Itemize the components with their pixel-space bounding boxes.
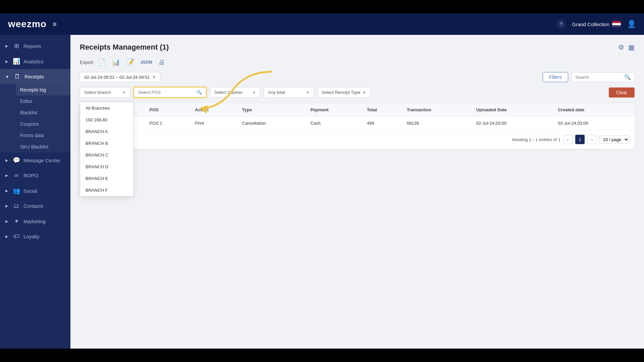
- branch-option-a[interactable]: BRANCH A: [80, 126, 133, 137]
- pagination-page-1[interactable]: 1: [575, 135, 585, 144]
- org-name: Grand Collection: [572, 21, 609, 27]
- clear-button[interactable]: Clear: [609, 87, 635, 98]
- export-row: Export 📄 📊 📝 JSON 🖨: [80, 58, 635, 67]
- pos-search-input[interactable]: [138, 90, 195, 95]
- cell-pos: POS 1: [145, 117, 191, 130]
- export-json-button[interactable]: JSON: [139, 59, 153, 65]
- chevron-down-icon: ▼: [122, 90, 126, 95]
- sidebar-item-analytics[interactable]: ▶ 📊 Analytics: [0, 54, 70, 69]
- social-icon: 👥: [13, 187, 20, 194]
- search-input[interactable]: [575, 75, 622, 80]
- col-type: Type: [237, 103, 306, 117]
- receipts-icon: 🗒: [14, 73, 21, 80]
- sidebar-sub-item-sku-blacklist[interactable]: SKU Blacklist: [16, 141, 70, 153]
- select-cashier-placeholder: Select Cashier: [214, 90, 243, 95]
- sidebar-item-label: Analytics: [23, 59, 44, 64]
- sidebar-sub-item-coupons[interactable]: Coupons: [16, 118, 70, 130]
- sidebar-sub-item-editor[interactable]: Editor: [16, 96, 70, 107]
- flag-icon: [612, 21, 621, 27]
- any-total-dropdown[interactable]: Any total ▼: [264, 87, 314, 98]
- sidebar-sub-item-blacklist[interactable]: Blacklist: [16, 107, 70, 118]
- receipts-submenu: Receipts log Editor Blacklist Coupons Fo…: [0, 84, 70, 153]
- pagination-next[interactable]: ›: [587, 135, 597, 144]
- reports-icon: ⊞: [13, 42, 20, 50]
- date-range-value: 02-Jul-24 09:51 ~ 02-Jul-24 09:51: [84, 75, 150, 80]
- sidebar-item-reports[interactable]: ▶ ⊞ Reports: [0, 38, 70, 54]
- pagination-info: showing 1 - 1 entries of 1: [512, 137, 560, 142]
- branch-option-c[interactable]: BRANCH C: [80, 149, 133, 161]
- per-page-select[interactable]: 10 / page 25 / page 50 / page: [599, 135, 629, 144]
- chevron-down-icon: ▼: [362, 90, 366, 95]
- col-payment: Payment: [306, 103, 362, 117]
- sidebar-item-social[interactable]: ▶ 👥 Social: [0, 183, 70, 198]
- chevron-down-icon: ▼: [252, 90, 256, 95]
- filter-row-2: Select branch ▼ All Branches 192.168.80 …: [80, 87, 635, 98]
- export-doc-button[interactable]: 📝: [125, 58, 136, 67]
- sidebar-item-label: Marketing: [23, 219, 46, 224]
- receipts-table: Branch POS Action Type Payment Total Tra…: [80, 103, 635, 149]
- select-pos-input[interactable]: 🔍: [133, 87, 207, 98]
- export-xls-button[interactable]: 📊: [111, 58, 121, 67]
- sidebar-item-label: Loyalty: [23, 234, 40, 239]
- sidebar-sub-item-receipts-log[interactable]: Receipts log: [16, 84, 70, 96]
- select-cashier-dropdown[interactable]: Select Cashier ▼: [210, 87, 260, 98]
- settings-icon[interactable]: ⚙: [618, 43, 624, 51]
- page-header: Receipts Management (1) ⚙ ▦: [80, 43, 635, 52]
- table-row[interactable]: BRANCH A POS 1 Print Cancellation Cash 4…: [80, 117, 635, 130]
- sidebar-item-ropo[interactable]: ▶ ∞ ROPO: [0, 168, 70, 183]
- receipt-type-placeholder: Select Receipt Type: [322, 90, 360, 95]
- expand-icon: ▶: [5, 173, 8, 178]
- cell-uploaded-date: 02-Jul-24,03:00: [472, 117, 553, 130]
- branch-option-e[interactable]: BRANCH E: [80, 173, 133, 184]
- pagination-prev[interactable]: ‹: [563, 135, 573, 144]
- sidebar-item-label: ROPO: [23, 173, 38, 178]
- export-pdf-button[interactable]: 📄: [97, 58, 107, 67]
- sidebar-item-label: Message Center: [23, 158, 60, 163]
- expand-icon: ▶: [5, 204, 8, 208]
- sidebar-item-contacts[interactable]: ▶ 🗂 Contacts: [0, 198, 70, 214]
- sidebar-item-label: Social: [23, 188, 37, 194]
- export-print-button[interactable]: 🖨: [157, 58, 166, 67]
- branch-option-ip[interactable]: 192.168.80: [80, 114, 133, 126]
- col-action: Action: [190, 103, 237, 117]
- sidebar-item-label: Receipts: [24, 74, 44, 79]
- expand-icon: ▼: [5, 75, 9, 79]
- export-label: Export: [80, 60, 93, 65]
- branch-option-all[interactable]: All Branches: [80, 102, 133, 114]
- expand-icon: ▶: [5, 59, 8, 64]
- cell-transaction: 68139: [402, 117, 472, 130]
- grid-view-icon[interactable]: ▦: [628, 43, 635, 51]
- branch-filter-container: Select branch ▼ All Branches 192.168.80 …: [80, 87, 130, 98]
- topbar: weezmo ≡ ? Grand Collection 👤: [0, 13, 644, 35]
- col-created-date: Created date: [553, 103, 635, 117]
- sidebar: ▶ ⊞ Reports ▶ 📊 Analytics ▼ 🗒 Receipts R…: [0, 35, 70, 349]
- sidebar-sub-item-forms-data[interactable]: Forms data: [16, 130, 70, 141]
- branch-option-b[interactable]: BRANCH B: [80, 137, 133, 149]
- expand-icon: ▶: [5, 234, 8, 239]
- date-range-filter[interactable]: 02-Jul-24 09:51 ~ 02-Jul-24 09:51 ✕: [80, 72, 160, 82]
- cell-type: Cancellation: [237, 117, 306, 130]
- pagination: showing 1 - 1 entries of 1 ‹ 1 › 10 / pa…: [80, 130, 635, 149]
- cell-total: 499: [362, 117, 402, 130]
- help-icon[interactable]: ?: [556, 19, 566, 29]
- main-content: Receipts Management (1) ⚙ ▦ Export 📄 📊 📝…: [70, 35, 644, 349]
- branch-option-d[interactable]: BRANCH D: [80, 161, 133, 173]
- sidebar-item-message-center[interactable]: ▶ 💬 Message Center: [0, 153, 70, 168]
- sidebar-item-receipts[interactable]: ▼ 🗒 Receipts: [0, 69, 70, 84]
- select-branch-dropdown[interactable]: Select branch ▼: [80, 87, 130, 98]
- branch-option-f[interactable]: BRANCH F: [80, 184, 133, 196]
- contacts-icon: 🗂: [13, 202, 20, 209]
- sidebar-item-loyalty[interactable]: ▶ 🏷 Loyalty: [0, 229, 70, 244]
- hamburger-icon[interactable]: ≡: [53, 20, 57, 28]
- col-transaction: Transaction: [402, 103, 472, 117]
- expand-icon: ▶: [5, 189, 8, 193]
- date-range-close-icon[interactable]: ✕: [152, 74, 156, 80]
- user-avatar-icon[interactable]: 👤: [627, 20, 636, 28]
- receipt-type-dropdown[interactable]: Select Receipt Type ▼: [317, 87, 370, 98]
- cell-created-date: 02-Jul-24,03:00: [553, 117, 635, 130]
- page-title: Receipts Management (1): [80, 43, 169, 52]
- search-box[interactable]: 🔍: [572, 72, 635, 82]
- expand-icon: ▶: [5, 158, 8, 163]
- sidebar-item-marketing[interactable]: ▶ ✦ Marketing: [0, 214, 70, 229]
- filters-button[interactable]: Filters: [543, 72, 568, 82]
